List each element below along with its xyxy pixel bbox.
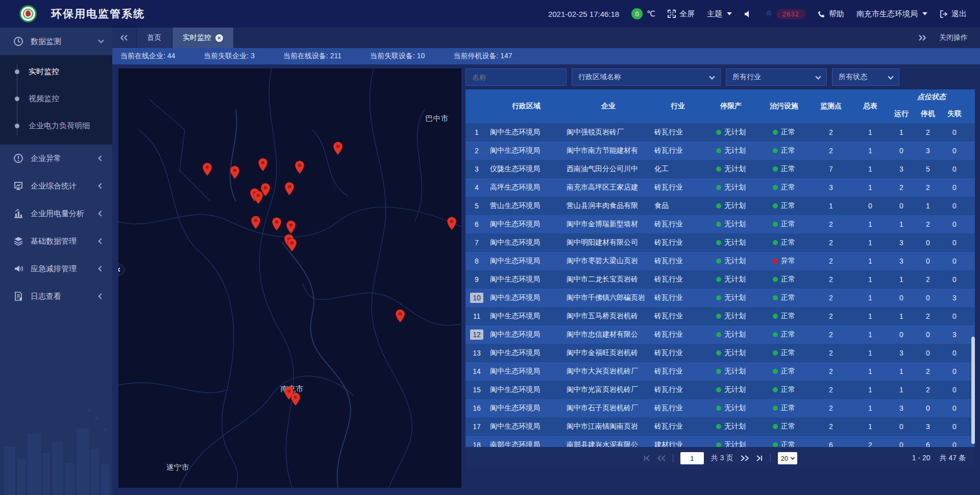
map-pin[interactable] (287, 238, 297, 252)
status-dot (716, 258, 721, 264)
sidebar-item-1[interactable]: 企业异常 (0, 145, 112, 172)
row-company[interactable]: 阆中市江南镇阆南页岩 (565, 422, 652, 431)
row-company[interactable]: 阆中市枣碧大梁山页岩 (565, 256, 652, 266)
status-dot (773, 387, 778, 392)
theme-menu[interactable]: 主题 (707, 9, 732, 19)
map-city-label: 巴中市 (426, 114, 449, 124)
row-company[interactable]: 南充市高坪区王家店建 (565, 183, 652, 192)
row-company[interactable]: 阆中市五马桥页岩机砖 (565, 312, 652, 321)
table-row[interactable]: 6 阆中生态环境局 阆中市金博瑞新型墙材 砖瓦行业 无计划 正常 2 1 1 2… (465, 215, 975, 233)
sound-toggle[interactable] (744, 10, 753, 18)
table-scrollbar[interactable] (971, 337, 975, 444)
map-pin[interactable] (447, 217, 457, 230)
table-row[interactable]: 2 阆中生态环境局 阆中市南方节能建材有 砖瓦行业 无计划 正常 2 1 0 3… (465, 142, 975, 160)
map-pin[interactable] (258, 158, 268, 172)
page-number-input[interactable] (680, 452, 704, 464)
next-page-button[interactable] (741, 455, 749, 461)
row-company[interactable]: 阆中市石子页岩机砖厂 (565, 404, 652, 413)
map-pin[interactable] (286, 220, 296, 234)
row-company[interactable]: 南部县建兴水泥有限公 (565, 440, 652, 447)
region-select[interactable]: 行政区域名称 (572, 68, 721, 86)
row-company[interactable]: 阆中市千佛镇六郎碥页岩 (565, 293, 652, 302)
row-company[interactable]: 阆中市二龙长宝页岩砖 (565, 275, 652, 284)
logout-button[interactable]: 退出 (940, 9, 967, 19)
map-pin[interactable] (396, 309, 405, 323)
previous-page-button[interactable] (657, 455, 666, 461)
tab-首页[interactable]: 首页 (137, 28, 172, 48)
map-pin[interactable] (291, 392, 301, 406)
tabs-scroll-right-button[interactable] (919, 35, 926, 41)
map-pin[interactable] (295, 160, 305, 174)
sidebar-subitem[interactable]: 视频监控 (0, 85, 112, 112)
tab-close-icon[interactable]: ✕ (215, 34, 223, 42)
sidebar-subitem[interactable]: 企业电力负荷明细 (0, 112, 112, 139)
name-search-input[interactable] (465, 68, 567, 86)
industry-select[interactable]: 所有行业 (726, 68, 827, 86)
table-row[interactable]: 14 阆中生态环境局 阆中市大兴页岩机砖厂 砖瓦行业 无计划 正常 2 1 1 … (465, 362, 975, 381)
row-stopped: 2 (915, 128, 941, 136)
sidebar-item-6[interactable]: 日志查看 (0, 282, 112, 310)
map-pin[interactable] (285, 182, 295, 196)
tab-实时监控[interactable]: 实时监控✕ (173, 28, 233, 48)
sidebar-item-2[interactable]: 企业综合统计 (0, 172, 112, 200)
sidebar-subitem[interactable]: 实时监控 (0, 58, 112, 85)
help-button[interactable]: 帮助 (818, 9, 844, 19)
sidebar-item-0[interactable]: 数据监测 (0, 28, 112, 55)
row-company[interactable]: 阆中市光富页岩机砖厂 (565, 385, 652, 394)
map-pin[interactable] (261, 183, 271, 197)
row-offline: 0 (941, 257, 968, 265)
row-company[interactable]: 营山县润丰肉食品有限 (565, 201, 652, 210)
table-row[interactable]: 16 阆中生态环境局 阆中市石子页岩机砖厂 砖瓦行业 无计划 正常 2 1 3 … (465, 399, 975, 417)
table-row[interactable]: 12 阆中生态环境局 阆中市忠信建材有限公 砖瓦行业 无计划 正常 2 1 0 … (465, 325, 975, 344)
map-pin[interactable] (251, 216, 261, 229)
table-row[interactable]: 7 阆中生态环境局 阆中明阳建材有限公司 砖瓦行业 无计划 正常 2 1 3 0… (465, 233, 975, 252)
row-company[interactable]: 阆中市金福旺页岩机砖 (565, 348, 652, 358)
notifications[interactable]: 2632 (765, 9, 805, 19)
map[interactable]: 巴中市南充市遂宁市 (118, 68, 461, 488)
org-menu[interactable]: 南充市生态环境局 (856, 9, 927, 19)
table-row[interactable]: 10 阆中生态环境局 阆中市千佛镇六郎碥页岩 砖瓦行业 无计划 正常 2 1 0… (465, 289, 975, 307)
status-dot (716, 167, 721, 172)
column-header: 总表 (852, 89, 888, 123)
map-pin[interactable] (203, 162, 212, 176)
table-row[interactable]: 17 阆中生态环境局 阆中市江南镇阆南页岩 砖瓦行业 无计划 正常 2 1 0 … (465, 417, 975, 436)
first-page-button[interactable] (643, 455, 650, 461)
table-row[interactable]: 1 阆中生态环境局 阆中强锐页岩砖厂 砖瓦行业 无计划 正常 2 1 1 2 0 (465, 123, 975, 142)
table-row[interactable]: 15 阆中生态环境局 阆中市光富页岩机砖厂 砖瓦行业 无计划 正常 2 1 1 … (465, 381, 975, 399)
table-row[interactable]: 4 高坪生态环境局 南充市高坪区王家店建 砖瓦行业 无计划 正常 3 1 2 2… (465, 178, 975, 197)
row-monitor-points: 2 (810, 128, 852, 136)
sidebar-item-4[interactable]: 基础数据管理 (0, 227, 112, 255)
column-header: 监测点 (810, 89, 852, 123)
column-header: 行业 (652, 89, 703, 123)
row-running: 1 (888, 367, 915, 375)
table-row[interactable]: 8 阆中生态环境局 阆中市枣碧大梁山页岩 砖瓦行业 无计划 异常 2 1 3 0… (465, 252, 975, 270)
row-company[interactable]: 阆中市金博瑞新型墙材 (565, 220, 652, 229)
page-size-select[interactable]: 20 (778, 452, 797, 464)
map-pin[interactable] (230, 166, 240, 179)
row-monitor-points: 3 (810, 183, 852, 192)
table-row[interactable]: 13 阆中生态环境局 阆中市金福旺页岩机砖 砖瓦行业 无计划 正常 2 1 3 … (465, 344, 975, 362)
row-company[interactable]: 阆中市忠信建材有限公 (565, 330, 652, 339)
map-pin[interactable] (333, 142, 343, 155)
table-row[interactable]: 18 南部生态环境局 南部县建兴水泥有限公 建材行业 无计划 正常 6 2 0 … (465, 436, 975, 447)
fullscreen-button[interactable]: 全屏 (668, 9, 695, 19)
row-total-meters: 0 (852, 202, 888, 210)
last-page-button[interactable] (756, 455, 763, 461)
table-row[interactable]: 9 阆中生态环境局 阆中市二龙长宝页岩砖 砖瓦行业 无计划 正常 2 1 1 2… (465, 270, 975, 289)
table-row[interactable]: 11 阆中生态环境局 阆中市五马桥页岩机砖 砖瓦行业 无计划 正常 2 1 1 … (465, 307, 975, 325)
row-company[interactable]: 阆中市南方节能建材有 (565, 146, 652, 155)
table-row[interactable]: 5 营山生态环境局 营山县润丰肉食品有限 食品 无计划 正常 1 0 0 1 0 (465, 197, 975, 215)
row-company[interactable]: 阆中强锐页岩砖厂 (565, 128, 652, 137)
row-company[interactable]: 阆中明阳建材有限公司 (565, 238, 652, 247)
map-pin[interactable] (272, 217, 282, 231)
row-running: 0 (888, 422, 915, 431)
record-range-label: 1 - 20 (912, 454, 930, 463)
tabs-scroll-left-button[interactable] (112, 28, 136, 48)
close-operations-menu[interactable]: 关闭操作 (939, 33, 968, 42)
sidebar-item-5[interactable]: 应急减排管理 (0, 255, 112, 282)
status-select[interactable]: 所有状态 (832, 68, 899, 86)
row-company[interactable]: 西南油气田分公司川中 (565, 164, 652, 174)
row-company[interactable]: 阆中市大兴页岩机砖厂 (565, 367, 652, 376)
table-row[interactable]: 3 仪陇生态环境局 西南油气田分公司川中 化工 无计划 正常 7 1 3 5 0 (465, 160, 975, 178)
sidebar-item-3[interactable]: 企业用电量分析 (0, 200, 112, 227)
